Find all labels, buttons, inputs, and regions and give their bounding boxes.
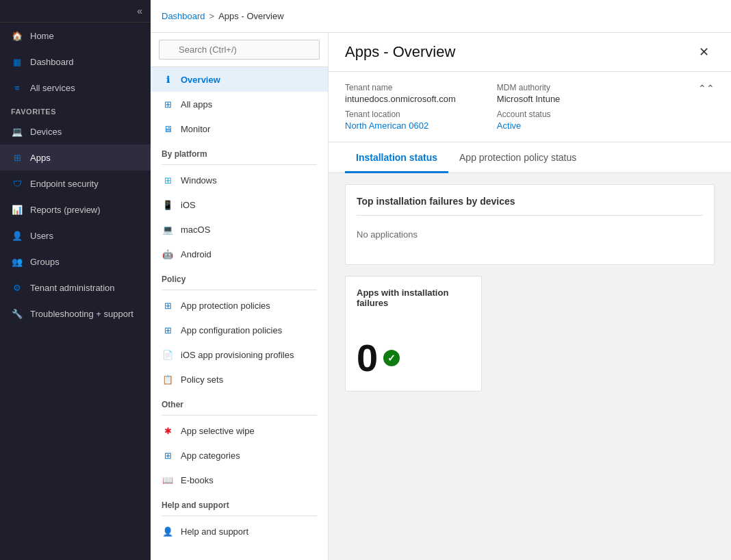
page-title: Apps - Overview [345, 43, 455, 61]
endpoint-icon: 🛡 [11, 177, 23, 190]
sidebar-item-all-services[interactable]: ≡ All services [0, 75, 151, 101]
sidebar-item-endpoint-security[interactable]: 🛡 Endpoint security [0, 170, 151, 196]
tab-app-protection-status[interactable]: App protection policy status [448, 142, 587, 173]
sub-sidebar-item-app-protection[interactable]: ⊞ App protection policies [151, 293, 328, 318]
top-bar: Dashboard > Apps - Overview [151, 0, 731, 33]
tenant-info-panel: Tenant name intunedocs.onmicrosoft.com T… [329, 72, 731, 142]
policy-divider [162, 290, 317, 290]
mdm-value: Microsoft Intune [497, 94, 561, 104]
sub-sidebar-item-help-support[interactable]: 👤 Help and support [151, 519, 328, 544]
sub-sidebar-helpsupport-label: Help and support [181, 526, 248, 537]
groups-icon: 👥 [11, 255, 23, 268]
main-area: Dashboard > Apps - Overview 🔍 ℹ Overview… [151, 0, 731, 560]
content-wrapper: 🔍 ℹ Overview ⊞ All apps 🖥 Monitor By pla… [151, 33, 731, 560]
monitor-icon: 🖥 [162, 123, 174, 135]
sub-sidebar-ebooks-label: E-books [181, 475, 214, 485]
sidebar-item-groups[interactable]: 👥 Groups [0, 249, 151, 275]
ios-icon: 📱 [162, 199, 174, 211]
sidebar-item-home[interactable]: 🏠 Home [0, 23, 151, 49]
sidebar-item-trouble-label: Troubleshooting + support [30, 309, 133, 319]
sub-sidebar-item-ios-provisioning[interactable]: 📄 iOS app provisioning profiles [151, 342, 328, 367]
tabs-bar: Installation status App protection polic… [329, 142, 731, 173]
sub-sidebar-monitor-label: Monitor [181, 124, 210, 134]
sub-sidebar-item-policy-sets[interactable]: 📋 Policy sets [151, 367, 328, 392]
sidebar-item-tenant-label: Tenant administration [30, 283, 115, 293]
sub-sidebar-windows-label: Windows [181, 175, 217, 186]
sub-sidebar-item-ios[interactable]: 📱 iOS [151, 192, 328, 217]
sidebar-item-reports[interactable]: 📊 Reports (preview) [0, 196, 151, 222]
left-sidebar: « 🏠 Home ▦ Dashboard ≡ All services FAVO… [0, 0, 151, 560]
apps-failures-count: 0 [357, 335, 378, 380]
account-status-label: Account status [497, 110, 561, 119]
sub-sidebar-item-all-apps[interactable]: ⊞ All apps [151, 92, 328, 116]
categories-icon: ⊞ [162, 449, 174, 461]
sidebar-item-groups-label: Groups [30, 257, 60, 267]
sub-sidebar-item-windows[interactable]: ⊞ Windows [151, 168, 328, 192]
sub-sidebar-search-container: 🔍 [151, 33, 328, 67]
search-input[interactable] [159, 40, 320, 60]
tenant-location-value[interactable]: North American 0602 [345, 120, 456, 131]
sidebar-item-apps[interactable]: ⊞ Apps [0, 144, 151, 170]
reports-icon: 📊 [11, 203, 23, 216]
main-content-panel: Apps - Overview ✕ Tenant name intunedocs… [329, 33, 731, 560]
sub-sidebar-item-android[interactable]: 🤖 Android [151, 242, 328, 266]
trouble-icon: 🔧 [11, 307, 23, 320]
breadcrumb-parent[interactable]: Dashboard [162, 11, 205, 21]
sidebar-item-dashboard[interactable]: ▦ Dashboard [0, 49, 151, 75]
breadcrumb: Dashboard > Apps - Overview [162, 11, 284, 21]
platform-divider [162, 164, 317, 165]
sub-sidebar-item-monitor[interactable]: 🖥 Monitor [151, 116, 328, 141]
sub-sidebar-item-overview[interactable]: ℹ Overview [151, 67, 328, 92]
sub-sidebar-policysets-label: Policy sets [181, 374, 223, 385]
mdm-group: MDM authority Microsoft Intune Account s… [497, 83, 561, 131]
sidebar-item-tenant-admin[interactable]: ⚙ Tenant administration [0, 275, 151, 301]
apps-failures-count-display: 0 ✓ [357, 335, 470, 380]
users-icon: 👤 [11, 229, 23, 242]
sub-sidebar-item-app-config[interactable]: ⊞ App configuration policies [151, 318, 328, 342]
sub-sidebar-item-ebooks[interactable]: 📖 E-books [151, 468, 328, 492]
favorites-section-label: FAVORITES [0, 101, 151, 118]
sidebar-item-allservices-label: All services [30, 83, 75, 93]
sidebar-item-home-label: Home [30, 31, 54, 41]
platform-section-label: By platform [151, 141, 328, 162]
top-failures-card: Top installation failures by devices No … [345, 184, 715, 265]
help-section-label: Help and support [151, 492, 328, 513]
sub-sidebar-item-categories[interactable]: ⊞ App categories [151, 443, 328, 468]
collapse-tenant-button[interactable]: ⌃⌃ [698, 83, 715, 94]
sub-sidebar-android-label: Android [181, 249, 211, 259]
close-button[interactable]: ✕ [693, 41, 715, 63]
top-failures-card-title: Top installation failures by devices [357, 196, 703, 207]
sub-sidebar-ios-label: iOS [181, 200, 196, 210]
tab-installation-status[interactable]: Installation status [345, 142, 448, 173]
apps-sub-sidebar: 🔍 ℹ Overview ⊞ All apps 🖥 Monitor By pla… [151, 33, 329, 560]
sidebar-item-users[interactable]: 👤 Users [0, 222, 151, 249]
apps-failures-card: Apps with installation failures 0 ✓ [345, 276, 482, 392]
success-badge: ✓ [383, 350, 400, 366]
sidebar-item-troubleshooting[interactable]: 🔧 Troubleshooting + support [0, 301, 151, 327]
collapse-sidebar-button[interactable]: « [137, 5, 142, 16]
top-failures-no-data: No applications [357, 215, 703, 253]
tenant-icon: ⚙ [11, 281, 23, 294]
all-apps-icon: ⊞ [162, 98, 174, 110]
account-status-value[interactable]: Active [497, 120, 561, 131]
home-icon: 🏠 [11, 29, 23, 42]
app-protection-icon: ⊞ [162, 299, 174, 311]
policy-section-label: Policy [151, 266, 328, 287]
help-divider [162, 516, 317, 516]
selective-wipe-icon: ✱ [162, 424, 174, 437]
sub-sidebar-overview-label: Overview [181, 75, 220, 85]
sub-sidebar-allapps-label: All apps [181, 99, 212, 110]
all-services-icon: ≡ [11, 81, 23, 94]
ios-provisioning-icon: 📄 [162, 348, 174, 361]
apps-icon: ⊞ [11, 151, 23, 164]
policy-sets-icon: 📋 [162, 373, 174, 385]
windows-icon: ⊞ [162, 174, 174, 186]
sidebar-item-users-label: Users [30, 231, 53, 241]
sidebar-item-devices[interactable]: 💻 Devices [0, 118, 151, 144]
sub-sidebar-item-macos[interactable]: 💻 macOS [151, 217, 328, 242]
dashboard-icon: ▦ [11, 55, 23, 68]
sub-sidebar-macos-label: macOS [181, 225, 210, 235]
sidebar-item-devices-label: Devices [30, 127, 62, 137]
sub-sidebar-item-selective-wipe[interactable]: ✱ App selective wipe [151, 418, 328, 443]
sidebar-item-apps-label: Apps [30, 153, 51, 163]
